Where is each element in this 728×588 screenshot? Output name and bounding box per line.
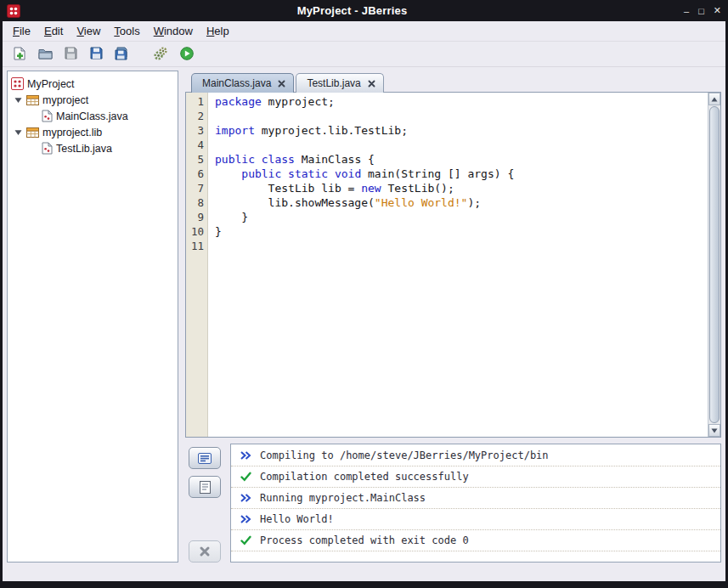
code-token: new (361, 182, 381, 195)
tree-node-label: myproject (42, 94, 88, 106)
minimize-button[interactable]: – (684, 6, 689, 16)
console-line: Compilation completed successfully (231, 466, 720, 488)
code-line (215, 109, 708, 123)
menu-item-file[interactable]: File (6, 23, 37, 39)
line-number-gutter: 1234567891011 (186, 93, 208, 437)
tab-close-icon[interactable] (278, 80, 285, 88)
window-controls: – □ ✕ (684, 5, 721, 16)
console-line: Compiling to /home/steve/JBerries/MyProj… (231, 445, 720, 466)
code-line: public class MainClass { (215, 152, 708, 167)
show-console-button[interactable] (189, 447, 221, 469)
app-window: MyProject - JBerries – □ ✕ FileEditViewT… (0, 0, 728, 588)
code-token: ); (467, 196, 481, 209)
open-button[interactable] (37, 45, 54, 61)
close-button[interactable]: ✕ (714, 5, 721, 16)
menu-item-edit[interactable]: Edit (37, 23, 70, 39)
tree-node-label: MyProject (27, 78, 75, 90)
code-token: package (215, 95, 262, 108)
code-line: lib.showMessage("Hello World!"); (215, 195, 708, 210)
java-file-icon (42, 110, 53, 122)
menu-item-window[interactable]: Window (147, 23, 200, 39)
code-token (328, 167, 335, 180)
maximize-button[interactable]: □ (698, 6, 704, 16)
vertical-scrollbar (708, 93, 720, 437)
line-number: 6 (186, 167, 204, 181)
chevrons-icon (239, 493, 252, 503)
tab-label: TestLib.java (307, 77, 360, 89)
tree-expand-arrow-icon[interactable] (14, 129, 23, 136)
tree-row-mainclass-java[interactable]: MainClass.java (8, 108, 178, 124)
code-line (215, 239, 708, 253)
tree-expand-arrow-icon[interactable] (14, 97, 23, 104)
code-token: void (335, 167, 361, 180)
titlebar: MyProject - JBerries – □ ✕ (0, 0, 728, 21)
code-token: myproject; (262, 95, 335, 108)
scroll-up-button[interactable] (708, 93, 720, 105)
code-token: lib.showMessage( (215, 196, 375, 209)
tree-node-label: myproject.lib (42, 127, 102, 139)
show-output-button[interactable] (189, 476, 221, 498)
tab-close-icon[interactable] (368, 80, 375, 88)
save-all-button[interactable] (113, 45, 131, 61)
tab-testlib-java[interactable]: TestLib.java (296, 73, 383, 93)
code-line: TestLib lib = new TestLib(); (215, 181, 708, 195)
run-button[interactable] (178, 45, 195, 61)
console-output[interactable]: Compiling to /home/steve/JBerries/MyProj… (230, 444, 721, 563)
tree-row-myproject[interactable]: MyProject (8, 76, 178, 92)
code-token: MainClass { (295, 153, 375, 166)
console-line: Hello World! (231, 509, 720, 530)
check-icon (239, 535, 252, 546)
scroll-down-button[interactable] (708, 424, 720, 437)
code-token: TestLib(); (381, 182, 454, 195)
menu-item-view[interactable]: View (70, 23, 107, 39)
line-number: 10 (186, 224, 204, 239)
package-icon (26, 94, 39, 105)
console-line-text: Running myproject.MainClass (260, 492, 426, 504)
code-token: } (215, 211, 248, 223)
editor-tabbar: MainClass.javaTestLib.java (185, 71, 721, 92)
tree-row-myproject[interactable]: myproject (8, 92, 178, 108)
code-line (215, 138, 708, 152)
window-title: MyProject - JBerries (27, 4, 677, 17)
line-number: 11 (186, 239, 204, 253)
editor: 1234567891011 package myproject;import m… (185, 92, 721, 438)
console-line: Process completed with exit code 0 (231, 530, 720, 551)
code-token: TestLib lib = (215, 182, 361, 195)
tab-mainclass-java[interactable]: MainClass.java (191, 73, 294, 93)
code-token: main(String [] args) { (361, 167, 514, 180)
tab-label: MainClass.java (202, 77, 271, 89)
save-all-icon (115, 47, 129, 60)
run-icon (180, 47, 194, 60)
new-project-button[interactable] (11, 45, 29, 61)
code-line: import myproject.lib.TestLib; (215, 123, 708, 138)
scrollbar-thumb[interactable] (709, 106, 720, 423)
build-button[interactable] (152, 45, 170, 61)
code-token: } (215, 225, 222, 238)
code-token: static (288, 167, 328, 180)
save-button[interactable] (87, 45, 105, 61)
tree-row-testlib-java[interactable]: TestLib.java (8, 140, 178, 156)
save-inactive-button[interactable] (62, 45, 80, 61)
line-number: 7 (186, 181, 204, 195)
new-page-icon (14, 47, 26, 60)
code-token (281, 167, 288, 180)
package-icon (26, 127, 39, 138)
chevrons-icon (239, 514, 252, 524)
save-gray-icon (65, 47, 77, 59)
code-editor[interactable]: package myproject;import myproject.lib.T… (208, 93, 708, 437)
clear-console-button[interactable] (189, 540, 221, 563)
document-icon (200, 481, 211, 494)
tree-node-label: TestLib.java (56, 143, 112, 155)
line-number: 4 (186, 138, 204, 152)
menu-item-tools[interactable]: Tools (107, 23, 146, 39)
project-icon (11, 77, 24, 90)
code-token: "Hello World!" (375, 196, 468, 209)
app-logo-icon (7, 4, 20, 18)
tree-row-myproject-lib[interactable]: myproject.lib (8, 124, 178, 140)
menu-item-help[interactable]: Help (200, 23, 236, 39)
editor-column: MainClass.javaTestLib.java 1234567891011… (185, 71, 721, 563)
code-token (255, 153, 262, 166)
code-token: import (215, 124, 255, 137)
java-file-icon (42, 142, 53, 155)
console-line-text: Process completed with exit code 0 (260, 534, 469, 546)
